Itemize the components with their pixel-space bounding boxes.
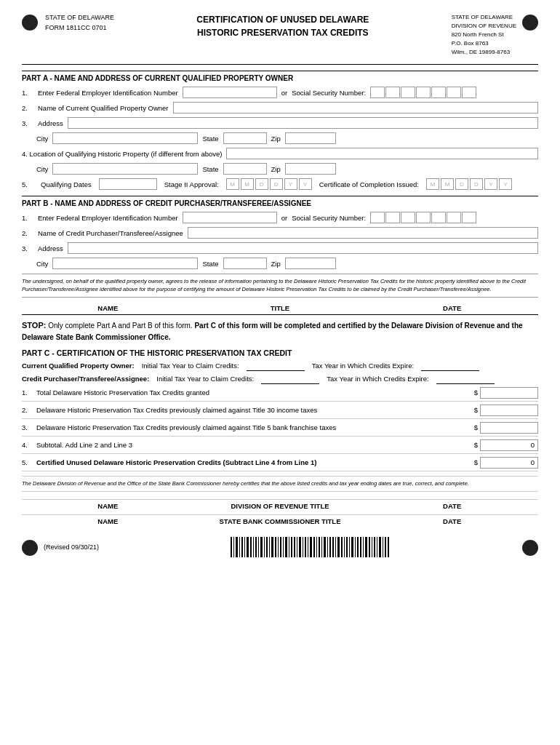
b-ssn-box-3[interactable] (401, 212, 415, 223)
b-ssn-box-5[interactable] (431, 212, 446, 223)
svg-rect-13 (266, 537, 268, 557)
date-m2[interactable]: M (241, 178, 254, 190)
qualifying-dates-row: 5. Qualifying Dates Stage II Approval: M… (22, 178, 538, 190)
svg-rect-49 (365, 537, 367, 557)
zip-label-a2: Zip (271, 165, 281, 173)
svg-rect-19 (283, 537, 284, 557)
ssn-box-3[interactable] (401, 87, 415, 98)
ssn-box-5[interactable] (431, 87, 446, 98)
ssn-box-2[interactable] (385, 87, 400, 98)
part-a-location-input[interactable] (226, 148, 538, 159)
comp-date-d2[interactable]: D (470, 178, 483, 190)
part-a-ein-input[interactable] (183, 87, 277, 98)
field-1-num: 1. (22, 89, 33, 97)
svg-rect-10 (258, 537, 259, 557)
part-a-state-input[interactable] (223, 132, 267, 144)
line-4-input[interactable]: 0 (480, 439, 538, 451)
part-b-city-input[interactable] (52, 258, 198, 269)
line-item-4: 4. Subtotal. Add Line 2 and Line 3 $ 0 (22, 439, 538, 454)
city-label-a: City (36, 135, 48, 143)
svg-rect-45 (355, 537, 356, 557)
current-owner-initial-tax-input[interactable] (247, 361, 305, 371)
part-b-ein-input[interactable] (183, 212, 277, 223)
part-b-name-input[interactable] (188, 227, 538, 239)
part-b-field-1: 1. Enter Federal Employer Identification… (22, 212, 538, 223)
ssn-box-1[interactable] (370, 87, 385, 98)
current-owner-expire-input[interactable] (421, 361, 479, 371)
part-b-field-2: 2. Name of Credit Purchaser/Transferee/A… (22, 227, 538, 239)
svg-rect-4 (241, 537, 243, 557)
part-a-zip-input[interactable] (285, 132, 336, 144)
comp-date-y1[interactable]: Y (484, 178, 497, 190)
svg-rect-23 (294, 537, 295, 557)
svg-rect-44 (351, 537, 353, 557)
stage2-label: Stage II Approval: (164, 180, 219, 188)
city-label-b: City (36, 260, 48, 268)
date-y1[interactable]: Y (284, 178, 297, 190)
line-2-desc: Delaware Historic Preservation Tax Credi… (36, 406, 469, 414)
part-a-field-4: 4. Location of Qualifying Historic Prope… (22, 148, 538, 159)
svg-rect-37 (332, 537, 334, 557)
sig-bank-title: STATE BANK COMMISSIONER TITLE (194, 517, 367, 525)
svg-rect-8 (253, 537, 254, 557)
svg-rect-0 (231, 537, 232, 557)
part-a-address-input[interactable] (68, 117, 538, 129)
b-ssn-boxes (370, 212, 476, 223)
completion-label: Certificate of Completion Issued: (319, 180, 419, 188)
svg-rect-24 (297, 537, 297, 557)
sig-bank-name: NAME (22, 517, 194, 525)
ssn-box-4[interactable] (416, 87, 431, 98)
svg-rect-30 (313, 537, 315, 557)
b-ssn-box-2[interactable] (385, 212, 400, 223)
part-b-field-3: 3. Address (22, 242, 538, 254)
line-2-input[interactable] (480, 405, 538, 416)
part-b-zip-input[interactable] (285, 258, 336, 269)
credit-purchaser-initial-tax-input[interactable] (261, 374, 319, 384)
part-a-city-row-2: City State Zip (36, 163, 538, 175)
b-field-1-label: Enter Federal Employer Identification Nu… (38, 214, 178, 222)
comp-date-d1[interactable]: D (455, 178, 468, 190)
part-a-city-input[interactable] (52, 132, 198, 144)
svg-rect-1 (233, 537, 234, 557)
date-m1[interactable]: M (226, 178, 239, 190)
svg-rect-28 (308, 537, 308, 557)
line-3-input[interactable] (480, 422, 538, 434)
b-ssn-box-7[interactable] (462, 212, 476, 223)
date-y2[interactable]: Y (299, 178, 312, 190)
line-1-input[interactable] (480, 387, 538, 399)
b-ssn-box-4[interactable] (416, 212, 431, 223)
sig-revenue-title: DIVISION OF REVENUE TITLE (194, 502, 367, 510)
b-ssn-box-6[interactable] (447, 212, 461, 223)
b-ssn-box-1[interactable] (370, 212, 385, 223)
sig-section: NAME TITLE DATE (22, 302, 538, 315)
line-1-desc: Total Delaware Historic Preservation Tax… (36, 389, 469, 397)
svg-rect-55 (383, 537, 383, 557)
zip-label-b: Zip (271, 260, 281, 268)
part-a-city-input-2[interactable] (52, 163, 198, 175)
svg-rect-40 (341, 537, 343, 557)
comp-date-m2[interactable]: M (441, 178, 454, 190)
line-item-3: 3. Delaware Historic Preservation Tax Cr… (22, 422, 538, 437)
credit-purchaser-expire-input[interactable] (436, 374, 495, 384)
ssn-box-6[interactable] (447, 87, 461, 98)
comp-date-y2[interactable]: Y (499, 178, 512, 190)
part-a-zip-input-2[interactable] (285, 163, 336, 175)
line-5-input[interactable]: 0 (480, 457, 538, 469)
part-b-state-input[interactable] (223, 258, 267, 269)
svg-rect-56 (385, 537, 386, 557)
part-a-state-input-2[interactable] (223, 163, 267, 175)
date-d2[interactable]: D (270, 178, 283, 190)
line-3-desc: Delaware Historic Preservation Tax Credi… (36, 423, 469, 431)
part-b-address-input[interactable] (68, 242, 538, 254)
comp-date-m1[interactable]: M (426, 178, 439, 190)
field-2-label: Name of Current Qualified Property Owner (38, 104, 169, 112)
svg-rect-34 (324, 537, 326, 557)
date-d1[interactable]: D (255, 178, 268, 190)
ssn-box-7[interactable] (462, 87, 476, 98)
part-a-name-input[interactable] (173, 102, 538, 113)
qualifying-dates-input[interactable] (99, 178, 157, 190)
footer-left: (Revised 09/30/21) (22, 538, 99, 556)
svg-rect-5 (244, 537, 245, 557)
line-item-2: 2. Delaware Historic Preservation Tax Cr… (22, 405, 538, 419)
sig-name-col: NAME (22, 302, 194, 314)
